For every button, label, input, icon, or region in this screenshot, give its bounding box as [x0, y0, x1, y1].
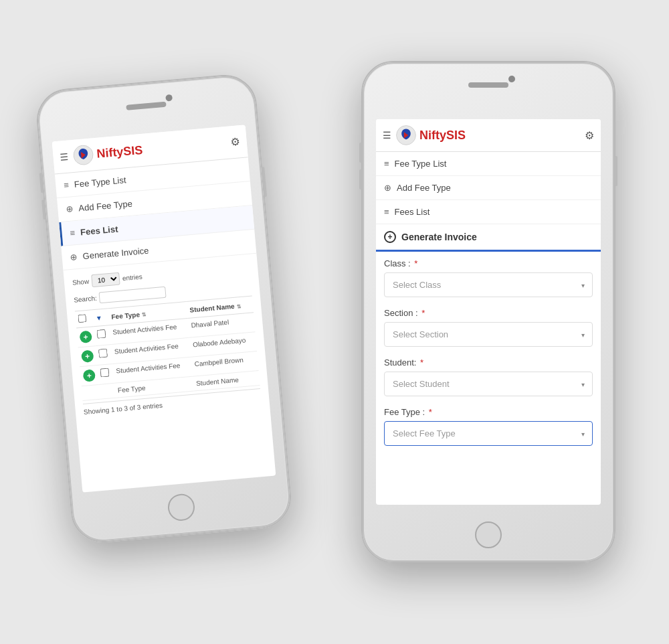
tfoot-empty [82, 383, 116, 400]
phone-camera [165, 94, 173, 102]
nav-fees-list-right[interactable]: ≡ Fees List [376, 200, 601, 224]
section-select[interactable]: Select Section [384, 322, 593, 347]
col-student-name-label: Student Name [189, 302, 235, 313]
nav-fees-list-label-left: Fees List [80, 224, 118, 238]
student-select[interactable]: Select Student [384, 372, 593, 396]
footer-showing-text: Showing 1 to 3 of 3 entries [84, 402, 163, 416]
show-label: Show [72, 278, 90, 287]
nav-add-fee-type-label-right: Add Fee Type [397, 183, 451, 193]
row2-add-button[interactable]: + [81, 349, 94, 363]
search-input-left[interactable] [99, 287, 167, 304]
fee-type-select-wrapper: Select Fee Type ▾ [384, 421, 593, 446]
row1-checkbox[interactable] [96, 329, 106, 339]
section-required: * [421, 308, 425, 318]
fees-table: ▼ Fee Type ⇅ Student Name ⇅ [75, 295, 260, 401]
row1-add-button[interactable]: + [79, 331, 92, 344]
logo-black-right: Nifty [419, 129, 446, 142]
row3-check-cell [97, 364, 114, 384]
phone-home-button-right[interactable] [475, 521, 502, 548]
fee-type-label-text: Fee Type : [384, 407, 425, 417]
section-form-group: Section : * Select Section ▾ [376, 308, 601, 347]
entries-label: entries [122, 273, 142, 283]
th-filter: ▼ [92, 309, 110, 327]
left-phone-screen: ☰ NiftySIS ⚙ ≡ Fee Type List [52, 125, 276, 492]
row3-add-button[interactable]: + [83, 369, 96, 382]
row2-checkbox[interactable] [98, 349, 108, 358]
fee-type-select[interactable]: Select Fee Type [384, 421, 593, 446]
logo-red-left: SIS [122, 143, 143, 157]
section-label: Section : * [384, 308, 593, 318]
class-required: * [414, 258, 417, 268]
row1-checkbox-cell: + [76, 327, 95, 347]
add-icon-left: ⊕ [66, 204, 74, 214]
th-checkbox [75, 310, 94, 328]
gear-icon-right[interactable]: ⚙ [585, 129, 594, 142]
class-label: Class : * [384, 258, 593, 268]
section-select-wrapper: Select Section ▾ [384, 322, 593, 347]
logo-text-right: NiftySIS [419, 129, 466, 143]
row2-checkbox-cell: + [78, 346, 97, 367]
student-required: * [420, 357, 423, 368]
phone-home-button[interactable] [167, 493, 195, 521]
right-screen-scroll: ☰ NiftySIS ⚙ ≡ [376, 119, 601, 505]
logo-svg-right [395, 125, 417, 146]
list-icon-2-right: ≡ [384, 207, 389, 217]
generate-invoice-header: + Generate Invoice [376, 224, 601, 252]
sort-icon-fee-type[interactable]: ⇅ [141, 311, 147, 318]
phone-speaker-right [468, 82, 508, 88]
student-label: Student: * [384, 357, 593, 368]
list-icon-1-right: ≡ [384, 159, 389, 169]
hamburger-icon-left[interactable]: ☰ [60, 151, 69, 163]
row1-check-cell [94, 325, 111, 346]
phone-left: ☰ NiftySIS ⚙ ≡ Fee Type List [34, 72, 294, 545]
logo-red-right: SIS [446, 129, 466, 142]
phone-right: ☰ NiftySIS ⚙ ≡ [361, 61, 615, 563]
vol-down-button-right [359, 169, 362, 189]
power-button-right [615, 156, 617, 186]
gen-icon-left: ⊕ [70, 252, 78, 262]
nav-fee-type-list-right[interactable]: ≡ Fee Type List [376, 152, 601, 176]
class-select[interactable]: Select Class [384, 272, 593, 297]
logo-text-left: NiftySIS [96, 143, 144, 161]
fee-type-required: * [429, 407, 432, 417]
class-select-wrapper: Select Class ▾ [384, 272, 593, 297]
row3-checkbox[interactable] [100, 368, 109, 378]
class-label-text: Class : [384, 258, 411, 268]
entries-select[interactable]: 10 [91, 272, 120, 288]
nav-fees-list-label-right: Fees List [395, 207, 430, 217]
list-icon-1-left: ≡ [64, 180, 70, 191]
app-header-right: ☰ NiftySIS ⚙ [376, 119, 601, 152]
fee-type-label: Fee Type : * [384, 407, 593, 417]
row3-checkbox-cell: + [80, 366, 98, 386]
generate-invoice-title: Generate Invoice [401, 232, 477, 242]
filter-icon: ▼ [95, 314, 102, 322]
table-content-left: Show 10 entries Search: [63, 254, 270, 427]
sort-icon-student[interactable]: ⇅ [236, 303, 242, 309]
vol-down-button [41, 199, 46, 220]
student-label-text: Student: [384, 357, 416, 368]
invoice-form: Class : * Select Class ▾ S [376, 252, 601, 463]
list-icon-2-left: ≡ [70, 228, 76, 238]
phone-speaker [126, 102, 166, 110]
section-label-text: Section : [384, 308, 418, 318]
select-all-checkbox[interactable] [78, 314, 86, 323]
add-icon-right: ⊕ [384, 183, 391, 193]
gear-icon-left[interactable]: ⚙ [230, 135, 241, 149]
student-select-wrapper: Select Student ▾ [384, 372, 593, 396]
hamburger-icon-right[interactable]: ☰ [383, 130, 391, 141]
fee-type-form-group: Fee Type : * Select Fee Type ▾ [376, 407, 601, 446]
col-fee-type-label: Fee Type [111, 311, 140, 321]
phones-container: ☰ NiftySIS ⚙ ≡ Fee Type List [33, 27, 636, 617]
logo-svg-left [72, 143, 95, 167]
vol-up-button-right [359, 143, 362, 163]
nav-add-fee-type-label-left: Add Fee Type [78, 199, 133, 214]
nav-fee-type-list-label-left: Fee Type List [74, 175, 126, 189]
logo-black-left: Nifty [96, 145, 124, 160]
right-phone-screen: ☰ NiftySIS ⚙ ≡ [376, 119, 601, 505]
row2-check-cell [95, 345, 112, 366]
nav-add-fee-type-right[interactable]: ⊕ Add Fee Type [376, 176, 601, 200]
logo-right: NiftySIS [395, 125, 585, 146]
student-form-group: Student: * Select Student ▾ [376, 357, 601, 396]
search-label: Search: [74, 295, 97, 304]
nav-generate-invoice-label-left: Generate Invoice [82, 246, 149, 262]
